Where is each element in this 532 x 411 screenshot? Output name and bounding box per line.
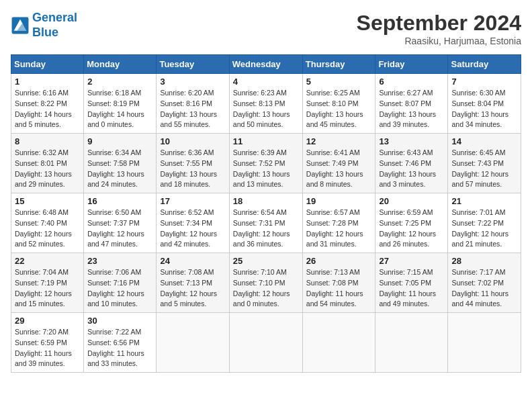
calendar-week-row: 1 Sunrise: 6:16 AMSunset: 8:22 PMDayligh… xyxy=(11,74,521,134)
day-number: 9 xyxy=(87,136,152,146)
day-detail: Sunrise: 7:13 AMSunset: 7:08 PMDaylight:… xyxy=(306,267,372,310)
day-detail: Sunrise: 6:54 AMSunset: 7:31 PMDaylight:… xyxy=(233,208,299,250)
day-number: 26 xyxy=(306,256,372,266)
day-detail: Sunrise: 6:57 AMSunset: 7:28 PMDaylight:… xyxy=(306,208,372,250)
day-detail: Sunrise: 7:22 AMSunset: 6:56 PMDaylight:… xyxy=(87,327,152,369)
calendar-day-cell: 20 Sunrise: 6:59 AMSunset: 7:25 PMDaylig… xyxy=(375,193,448,253)
day-detail: Sunrise: 6:59 AMSunset: 7:25 PMDaylight:… xyxy=(379,208,444,250)
day-number: 4 xyxy=(233,77,299,87)
calendar-day-cell xyxy=(375,313,448,373)
logo-icon xyxy=(11,16,30,35)
day-detail: Sunrise: 6:48 AMSunset: 7:40 PMDaylight:… xyxy=(15,208,80,250)
calendar-day-cell: 26 Sunrise: 7:13 AMSunset: 7:08 PMDaylig… xyxy=(302,253,375,313)
day-number: 15 xyxy=(15,196,80,206)
calendar-day-cell: 21 Sunrise: 7:01 AMSunset: 7:22 PMDaylig… xyxy=(448,193,521,253)
day-number: 28 xyxy=(451,256,517,266)
calendar-day-cell: 22 Sunrise: 7:04 AMSunset: 7:19 PMDaylig… xyxy=(11,253,84,313)
day-detail: Sunrise: 6:36 AMSunset: 7:55 PMDaylight:… xyxy=(160,148,225,190)
day-detail: Sunrise: 7:01 AMSunset: 7:22 PMDaylight:… xyxy=(451,208,517,250)
calendar-day-cell: 24 Sunrise: 7:08 AMSunset: 7:13 PMDaylig… xyxy=(157,253,229,313)
calendar-day-cell: 3 Sunrise: 6:20 AMSunset: 8:16 PMDayligh… xyxy=(157,74,229,134)
weekday-header: Thursday xyxy=(302,55,375,74)
day-detail: Sunrise: 7:04 AMSunset: 7:19 PMDaylight:… xyxy=(15,267,80,310)
day-number: 19 xyxy=(306,196,372,206)
day-number: 29 xyxy=(15,316,80,326)
calendar-day-cell: 30 Sunrise: 7:22 AMSunset: 6:56 PMDaylig… xyxy=(84,313,157,373)
day-detail: Sunrise: 6:18 AMSunset: 8:19 PMDaylight:… xyxy=(87,88,152,130)
day-number: 20 xyxy=(379,196,444,206)
calendar-day-cell: 6 Sunrise: 6:27 AMSunset: 8:07 PMDayligh… xyxy=(375,74,448,134)
calendar-day-cell: 14 Sunrise: 6:45 AMSunset: 7:43 PMDaylig… xyxy=(448,134,521,193)
weekday-header: Monday xyxy=(84,55,157,74)
day-detail: Sunrise: 6:32 AMSunset: 8:01 PMDaylight:… xyxy=(15,148,80,190)
day-number: 3 xyxy=(160,77,225,87)
month-title: September 2024 xyxy=(357,11,521,36)
day-detail: Sunrise: 7:10 AMSunset: 7:10 PMDaylight:… xyxy=(233,267,299,310)
page-header: General Blue September 2024 Raasiku, Har… xyxy=(11,11,521,46)
calendar-day-cell xyxy=(229,313,302,373)
location: Raasiku, Harjumaa, Estonia xyxy=(357,36,521,46)
calendar-day-cell: 23 Sunrise: 7:06 AMSunset: 7:16 PMDaylig… xyxy=(84,253,157,313)
day-detail: Sunrise: 7:06 AMSunset: 7:16 PMDaylight:… xyxy=(87,267,152,310)
calendar-day-cell: 19 Sunrise: 6:57 AMSunset: 7:28 PMDaylig… xyxy=(302,193,375,253)
day-number: 17 xyxy=(160,196,225,206)
calendar-day-cell: 18 Sunrise: 6:54 AMSunset: 7:31 PMDaylig… xyxy=(229,193,302,253)
day-detail: Sunrise: 6:16 AMSunset: 8:22 PMDaylight:… xyxy=(15,88,80,130)
day-detail: Sunrise: 6:39 AMSunset: 7:52 PMDaylight:… xyxy=(233,148,299,190)
calendar-day-cell: 29 Sunrise: 7:20 AMSunset: 6:59 PMDaylig… xyxy=(11,313,84,373)
day-number: 11 xyxy=(233,136,299,146)
calendar-day-cell: 25 Sunrise: 7:10 AMSunset: 7:10 PMDaylig… xyxy=(229,253,302,313)
calendar-day-cell: 16 Sunrise: 6:50 AMSunset: 7:37 PMDaylig… xyxy=(84,193,157,253)
weekday-header: Saturday xyxy=(448,55,521,74)
day-detail: Sunrise: 6:23 AMSunset: 8:13 PMDaylight:… xyxy=(233,88,299,130)
day-number: 14 xyxy=(451,136,517,146)
calendar-day-cell: 15 Sunrise: 6:48 AMSunset: 7:40 PMDaylig… xyxy=(11,193,84,253)
calendar-week-row: 15 Sunrise: 6:48 AMSunset: 7:40 PMDaylig… xyxy=(11,193,521,253)
day-detail: Sunrise: 6:52 AMSunset: 7:34 PMDaylight:… xyxy=(160,208,225,250)
weekday-header: Wednesday xyxy=(229,55,302,74)
day-number: 10 xyxy=(160,136,225,146)
calendar-table: SundayMondayTuesdayWednesdayThursdayFrid… xyxy=(11,54,521,373)
day-number: 21 xyxy=(451,196,517,206)
day-number: 13 xyxy=(379,136,444,146)
calendar-day-cell: 8 Sunrise: 6:32 AMSunset: 8:01 PMDayligh… xyxy=(11,134,84,193)
day-detail: Sunrise: 7:08 AMSunset: 7:13 PMDaylight:… xyxy=(160,267,225,310)
calendar-day-cell: 4 Sunrise: 6:23 AMSunset: 8:13 PMDayligh… xyxy=(229,74,302,134)
calendar-day-cell: 12 Sunrise: 6:41 AMSunset: 7:49 PMDaylig… xyxy=(302,134,375,193)
day-detail: Sunrise: 6:27 AMSunset: 8:07 PMDaylight:… xyxy=(379,88,444,130)
day-number: 2 xyxy=(87,77,152,87)
title-block: September 2024 Raasiku, Harjumaa, Estoni… xyxy=(357,11,521,46)
day-number: 30 xyxy=(87,316,152,326)
day-detail: Sunrise: 6:34 AMSunset: 7:58 PMDaylight:… xyxy=(87,148,152,190)
calendar-day-cell: 7 Sunrise: 6:30 AMSunset: 8:04 PMDayligh… xyxy=(448,74,521,134)
logo: General Blue xyxy=(11,11,77,40)
day-detail: Sunrise: 7:17 AMSunset: 7:02 PMDaylight:… xyxy=(451,267,517,310)
day-detail: Sunrise: 6:41 AMSunset: 7:49 PMDaylight:… xyxy=(306,148,372,190)
day-number: 7 xyxy=(451,77,517,87)
calendar-day-cell xyxy=(448,313,521,373)
day-number: 12 xyxy=(306,136,372,146)
weekday-header-row: SundayMondayTuesdayWednesdayThursdayFrid… xyxy=(11,55,521,74)
logo-text: General Blue xyxy=(32,11,77,40)
day-number: 25 xyxy=(233,256,299,266)
day-detail: Sunrise: 6:50 AMSunset: 7:37 PMDaylight:… xyxy=(87,208,152,250)
calendar-day-cell: 2 Sunrise: 6:18 AMSunset: 8:19 PMDayligh… xyxy=(84,74,157,134)
day-number: 22 xyxy=(15,256,80,266)
calendar-day-cell: 13 Sunrise: 6:43 AMSunset: 7:46 PMDaylig… xyxy=(375,134,448,193)
day-detail: Sunrise: 7:15 AMSunset: 7:05 PMDaylight:… xyxy=(379,267,444,310)
day-number: 8 xyxy=(15,136,80,146)
day-detail: Sunrise: 7:20 AMSunset: 6:59 PMDaylight:… xyxy=(15,327,80,369)
day-number: 6 xyxy=(379,77,444,87)
calendar-day-cell: 17 Sunrise: 6:52 AMSunset: 7:34 PMDaylig… xyxy=(157,193,229,253)
weekday-header: Sunday xyxy=(11,55,84,74)
day-detail: Sunrise: 6:30 AMSunset: 8:04 PMDaylight:… xyxy=(451,88,517,130)
calendar-week-row: 22 Sunrise: 7:04 AMSunset: 7:19 PMDaylig… xyxy=(11,253,521,313)
calendar-day-cell: 27 Sunrise: 7:15 AMSunset: 7:05 PMDaylig… xyxy=(375,253,448,313)
calendar-day-cell xyxy=(302,313,375,373)
calendar-week-row: 8 Sunrise: 6:32 AMSunset: 8:01 PMDayligh… xyxy=(11,134,521,193)
calendar-day-cell: 1 Sunrise: 6:16 AMSunset: 8:22 PMDayligh… xyxy=(11,74,84,134)
calendar-day-cell xyxy=(157,313,229,373)
calendar-day-cell: 11 Sunrise: 6:39 AMSunset: 7:52 PMDaylig… xyxy=(229,134,302,193)
day-number: 23 xyxy=(87,256,152,266)
calendar-week-row: 29 Sunrise: 7:20 AMSunset: 6:59 PMDaylig… xyxy=(11,313,521,373)
